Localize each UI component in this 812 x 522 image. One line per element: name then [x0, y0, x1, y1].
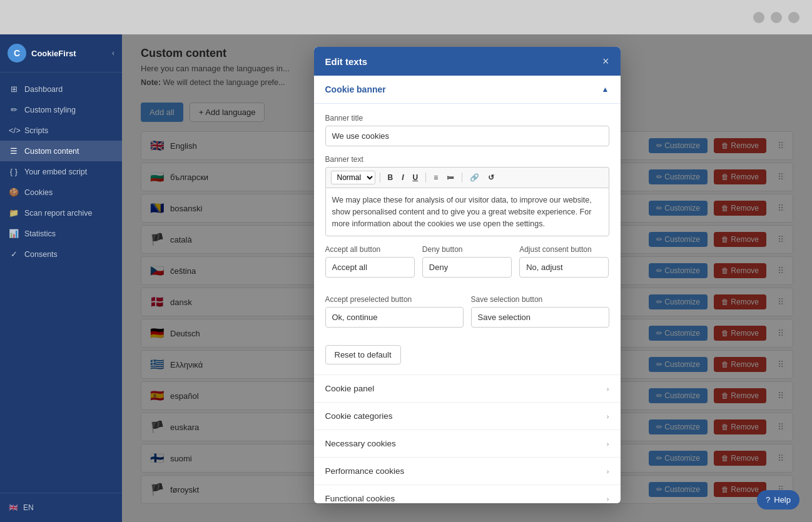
cookie-banner-title: Cookie banner: [325, 84, 386, 94]
rte-underline-button[interactable]: U: [410, 171, 422, 184]
sidebar-item-cookies[interactable]: 🍪 Cookies: [0, 182, 122, 203]
custom-styling-icon: ✏: [9, 105, 19, 114]
rte-separator-1: [380, 173, 380, 183]
edit-texts-modal: Edit texts × Cookie banner ▲ Banner titl…: [314, 47, 621, 503]
adjust-input[interactable]: [519, 257, 609, 278]
rte-bold-button[interactable]: B: [385, 171, 397, 184]
top-bar: [0, 0, 812, 34]
cookie-banner-chevron: ▲: [602, 85, 609, 94]
banner-title-input[interactable]: [325, 126, 609, 146]
scripts-icon: </>: [9, 126, 19, 135]
rte-unordered-list-button[interactable]: ≡: [430, 171, 441, 184]
collapsible-arrow-icon: ›: [607, 495, 609, 503]
rte-ordered-list-button[interactable]: ≔: [444, 171, 457, 184]
sidebar-custom-styling-label: Custom styling: [24, 106, 76, 114]
sidebar-item-embed-script[interactable]: { } Your embed script: [0, 161, 122, 182]
sidebar: C CookieFirst ‹ ⊞ Dashboard ✏ Custom sty…: [0, 34, 122, 522]
sidebar-item-scan-report[interactable]: 📁 Scan report archive: [0, 203, 122, 223]
sidebar-item-statistics[interactable]: 📊 Statistics: [0, 223, 122, 244]
collapsible-section-4[interactable]: Functional cookies ›: [314, 485, 621, 503]
scan-report-icon: 📁: [9, 208, 19, 218]
save-selection-group: Save selection button: [471, 295, 609, 328]
sidebar-nav: ⊞ Dashboard ✏ Custom styling </> Scripts…: [0, 73, 122, 493]
save-selection-label: Save selection button: [471, 295, 609, 304]
reset-to-default-button[interactable]: Reset to default: [325, 345, 401, 364]
sidebar-item-dashboard[interactable]: ⊞ Dashboard: [0, 79, 122, 99]
deny-input[interactable]: [422, 257, 512, 278]
accept-preselected-group: Accept preselected button: [325, 295, 464, 328]
adjust-group: Adjust consent button: [519, 245, 609, 278]
collapsible-label: Functional cookies: [325, 494, 395, 503]
flag-icon: 🇬🇧: [9, 503, 18, 512]
sidebar-item-custom-styling[interactable]: ✏ Custom styling: [0, 99, 122, 120]
help-label: Help: [774, 495, 791, 504]
modal-body: Cookie banner ▲ Banner title Banner text: [314, 76, 621, 503]
modal-close-button[interactable]: ×: [602, 56, 609, 67]
statistics-icon: 📊: [9, 229, 19, 238]
banner-text-label: Banner text: [325, 155, 609, 164]
banner-text-group: Banner text Normal B I U ≡: [325, 155, 609, 236]
collapsible-label: Necessary cookies: [325, 439, 396, 448]
main-content: Custom content Here you can manage the l…: [122, 34, 812, 522]
lang-code: EN: [23, 503, 34, 512]
cookies-icon: 🍪: [9, 188, 19, 197]
sidebar-consents-label: Consents: [24, 250, 58, 259]
accept-preselected-label: Accept preselected button: [325, 295, 464, 304]
accept-all-input[interactable]: [325, 257, 415, 278]
sidebar-footer: 🇬🇧 EN: [0, 493, 122, 522]
banner-title-label: Banner title: [325, 114, 609, 123]
save-selection-input[interactable]: [471, 307, 609, 328]
sidebar-dashboard-label: Dashboard: [24, 85, 63, 94]
brand-name: CookieFirst: [31, 49, 76, 58]
rte-clear-button[interactable]: ↺: [485, 171, 497, 184]
collapsible-arrow-icon: ›: [607, 385, 609, 393]
collapsible-label: Cookie categories: [325, 411, 393, 421]
help-button[interactable]: ? Help: [757, 490, 799, 509]
adjust-label: Adjust consent button: [519, 245, 609, 254]
collapsible-arrow-icon: ›: [607, 468, 609, 475]
top-dot-3: [788, 12, 799, 23]
sidebar-embed-label: Your embed script: [24, 168, 87, 176]
rte-format-select[interactable]: Normal: [331, 171, 375, 184]
banner-title-group: Banner title: [325, 114, 609, 146]
language-selector[interactable]: 🇬🇧 EN: [9, 499, 113, 516]
collapsible-arrow-icon: ›: [607, 440, 609, 448]
embed-script-icon: { }: [9, 167, 19, 176]
collapsible-label: Cookie panel: [325, 384, 375, 393]
collapsible-section-3[interactable]: Performance cookies ›: [314, 458, 621, 485]
collapsible-section-0[interactable]: Cookie panel ›: [314, 375, 621, 403]
button-labels-row-1: Accept all button Deny button Adjust con…: [325, 245, 609, 286]
top-dot-1: [753, 12, 764, 23]
collapsible-sections: Cookie panel › Cookie categories › Neces…: [314, 375, 621, 503]
rte-toolbar: Normal B I U ≡ ≔ 🔗: [325, 167, 609, 188]
deny-label: Deny button: [422, 245, 512, 254]
sidebar-scan-label: Scan report archive: [24, 209, 92, 218]
top-dot-2: [771, 12, 782, 23]
accept-all-label: Accept all button: [325, 245, 415, 254]
modal-title: Edit texts: [325, 56, 368, 67]
rte-link-button[interactable]: 🔗: [467, 171, 482, 184]
sidebar-header: C CookieFirst ‹: [0, 34, 122, 73]
modal-overlay: Edit texts × Cookie banner ▲ Banner titl…: [122, 34, 812, 522]
sidebar-collapse-icon[interactable]: ‹: [112, 49, 114, 58]
rte-separator-3: [462, 173, 462, 183]
collapsible-section-1[interactable]: Cookie categories ›: [314, 403, 621, 430]
sidebar-item-scripts[interactable]: </> Scripts: [0, 120, 122, 141]
app-logo: C: [8, 44, 26, 63]
cookie-banner-section-header[interactable]: Cookie banner ▲: [314, 76, 621, 104]
cookie-banner-content: Banner title Banner text Normal B: [314, 104, 621, 375]
accept-preselected-input[interactable]: [325, 307, 464, 328]
rte-italic-button[interactable]: I: [398, 171, 407, 184]
dashboard-icon: ⊞: [9, 84, 19, 94]
collapsible-label: Performance cookies: [325, 466, 405, 476]
button-labels-row-2: Accept preselected button Save selection…: [325, 295, 609, 336]
sidebar-cookies-label: Cookies: [24, 188, 53, 197]
collapsible-section-2[interactable]: Necessary cookies ›: [314, 430, 621, 458]
banner-text-editor[interactable]: We may place these for analysis of our v…: [325, 188, 609, 236]
deny-group: Deny button: [422, 245, 512, 278]
sidebar-item-consents[interactable]: ✓ Consents: [0, 244, 122, 264]
rte-separator-2: [425, 173, 426, 183]
sidebar-custom-content-label: Custom content: [24, 147, 79, 156]
sidebar-item-custom-content[interactable]: ☰ Custom content: [0, 141, 122, 161]
accept-all-group: Accept all button: [325, 245, 415, 278]
